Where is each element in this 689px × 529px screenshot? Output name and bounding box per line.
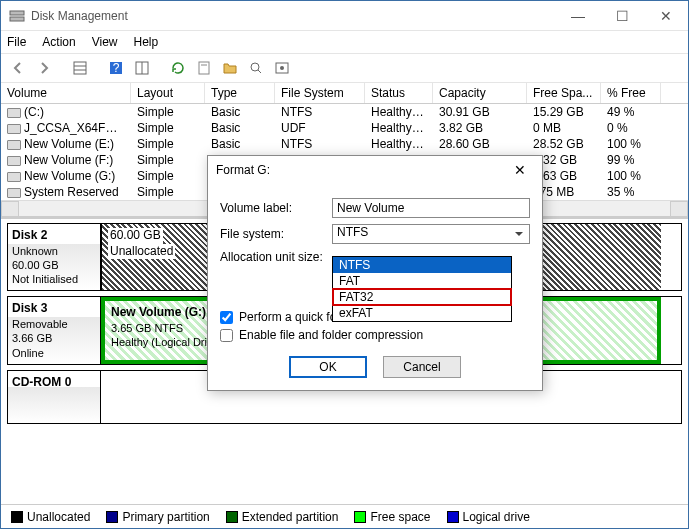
svg-rect-0 — [10, 11, 24, 15]
menubar: File Action View Help — [1, 31, 688, 53]
filesystem-label: File system: — [220, 227, 332, 241]
option-fat[interactable]: FAT — [333, 273, 511, 289]
col-layout[interactable]: Layout — [131, 83, 205, 103]
col-status[interactable]: Status — [365, 83, 433, 103]
table-row[interactable]: New Volume (E:)SimpleBasicNTFSHealthy (B… — [1, 136, 688, 152]
option-ntfs[interactable]: NTFS — [333, 257, 511, 273]
settings-icon[interactable] — [271, 57, 293, 79]
menu-help[interactable]: Help — [134, 35, 159, 49]
svg-rect-9 — [199, 62, 209, 74]
option-fat32[interactable]: FAT32 — [333, 289, 511, 305]
compression-label: Enable file and folder compression — [239, 328, 423, 342]
search-disk-icon[interactable] — [245, 57, 267, 79]
volume-list-header: Volume Layout Type File System Status Ca… — [1, 83, 688, 104]
col-volume[interactable]: Volume — [1, 83, 131, 103]
svg-point-11 — [251, 63, 259, 71]
legend: UnallocatedPrimary partitionExtended par… — [1, 504, 688, 528]
col-free[interactable]: Free Spa... — [527, 83, 601, 103]
list-icon[interactable] — [131, 57, 153, 79]
ok-button[interactable]: OK — [289, 356, 367, 378]
help-icon[interactable]: ? — [105, 57, 127, 79]
dialog-titlebar: Format G: ✕ — [208, 156, 542, 184]
legend-item: Primary partition — [106, 510, 209, 524]
table-row[interactable]: (C:)SimpleBasicNTFSHealthy (B...30.91 GB… — [1, 104, 688, 120]
cancel-button[interactable]: Cancel — [383, 356, 461, 378]
disk-info[interactable]: Disk 3Removable3.66 GBOnline — [7, 296, 101, 364]
svg-rect-2 — [74, 62, 86, 74]
menu-file[interactable]: File — [7, 35, 26, 49]
window-title: Disk Management — [31, 9, 556, 23]
svg-point-14 — [280, 66, 284, 70]
table-row[interactable]: J_CCSA_X64FRE_E...SimpleBasicUDFHealthy … — [1, 120, 688, 136]
maximize-button[interactable]: ☐ — [600, 2, 644, 30]
window-titlebar: Disk Management — ☐ ✕ — [1, 1, 688, 31]
menu-action[interactable]: Action — [42, 35, 75, 49]
filesystem-dropdown[interactable]: NTFS FAT FAT32 exFAT — [332, 256, 512, 322]
legend-item: Unallocated — [11, 510, 90, 524]
folder-icon[interactable] — [219, 57, 241, 79]
svg-line-12 — [258, 70, 261, 73]
minimize-button[interactable]: — — [556, 2, 600, 30]
back-button[interactable] — [7, 57, 29, 79]
properties-icon[interactable] — [193, 57, 215, 79]
forward-button[interactable] — [33, 57, 55, 79]
toolbar: ? — [1, 53, 688, 83]
col-type[interactable]: Type — [205, 83, 275, 103]
svg-rect-1 — [10, 17, 24, 21]
svg-text:?: ? — [113, 61, 120, 75]
legend-item: Extended partition — [226, 510, 339, 524]
col-capacity[interactable]: Capacity — [433, 83, 527, 103]
menu-view[interactable]: View — [92, 35, 118, 49]
disk-info[interactable]: CD-ROM 0 — [7, 370, 101, 424]
dialog-title: Format G: — [216, 163, 506, 177]
filesystem-select[interactable]: NTFS — [332, 224, 530, 244]
format-dialog: Format G: ✕ Volume label: File system: N… — [207, 155, 543, 391]
col-percent-free[interactable]: % Free — [601, 83, 661, 103]
compression-checkbox[interactable] — [220, 329, 233, 342]
quick-format-checkbox[interactable] — [220, 311, 233, 324]
legend-item: Logical drive — [447, 510, 530, 524]
volume-label-label: Volume label: — [220, 201, 332, 215]
dialog-close-button[interactable]: ✕ — [506, 162, 534, 178]
app-icon — [9, 8, 25, 24]
allocation-unit-label: Allocation unit size: — [220, 250, 332, 264]
option-exfat[interactable]: exFAT — [333, 305, 511, 321]
table-view-icon[interactable] — [69, 57, 91, 79]
legend-item: Free space — [354, 510, 430, 524]
close-button[interactable]: ✕ — [644, 2, 688, 30]
col-filesystem[interactable]: File System — [275, 83, 365, 103]
disk-info[interactable]: Disk 2Unknown60.00 GBNot Initialised — [7, 223, 101, 291]
refresh-icon[interactable] — [167, 57, 189, 79]
volume-label-input[interactable] — [332, 198, 530, 218]
